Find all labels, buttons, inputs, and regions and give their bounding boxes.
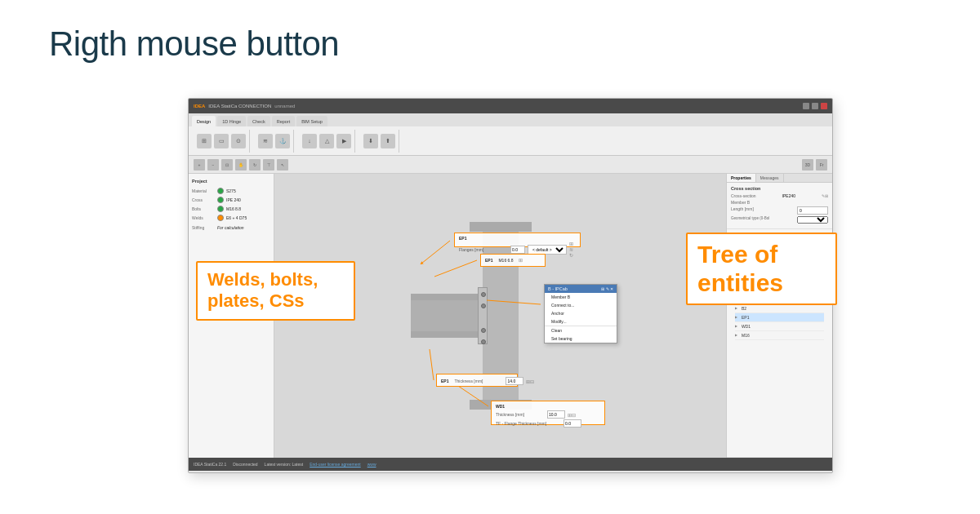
tab-bimsetup[interactable]: BIM Setup	[296, 116, 327, 126]
ann-ep1-flanges-select[interactable]: < default >	[528, 245, 567, 255]
ann-ep1-m16-add[interactable]: ⊞	[519, 257, 523, 263]
ann-ep1-flanges-icons: ⊞ ≋ ↻	[569, 241, 576, 258]
zoom-in-button[interactable]: +	[194, 159, 205, 171]
close-button[interactable]	[821, 103, 827, 109]
ribbon-icon-calculate[interactable]: ▶	[336, 134, 351, 148]
ribbon-icon-weld[interactable]: ≋	[258, 134, 273, 148]
ribbon-icon-load[interactable]: ↓	[302, 134, 317, 148]
ribbon-icon-bolt[interactable]: ⊙	[231, 134, 246, 148]
tree-item-wd1[interactable]: WD1	[735, 322, 824, 331]
beam-flange-bot	[411, 331, 483, 338]
ribbon-icon-member[interactable]: ⊞	[197, 134, 212, 148]
right-member-label: Member B	[731, 200, 750, 205]
context-item-member[interactable]: Member B	[545, 293, 617, 301]
toolbar-secondary: + − ⊡ ✋ ↻ ⊤ ↖ 3D Fr	[189, 156, 832, 174]
ribbon-icon-import[interactable]: ⬇	[363, 134, 378, 148]
ann-ep1-m16-title: EP1	[485, 258, 492, 263]
stiffing-label: Stiffing	[192, 225, 215, 231]
ann-ep1-m16: EP1 M16 6.8 ⊞	[480, 254, 546, 267]
material-label: Material	[192, 188, 215, 194]
ribbon-icon-plate[interactable]: ▭	[214, 134, 229, 148]
rotate-button[interactable]: ↻	[249, 159, 261, 171]
left-row-cross: Cross IPE 240	[192, 197, 270, 203]
maximize-button[interactable]	[812, 103, 818, 109]
minimize-button[interactable]	[803, 103, 809, 109]
tab-report[interactable]: Report	[272, 116, 296, 126]
right-panel: Properties Messages Cross section Cross-…	[726, 174, 832, 458]
ann-wd1-title: WD1	[496, 404, 505, 409]
callout-welds-text: Welds, bolts,plates, CSs	[207, 269, 344, 312]
ribbon-icon-anchor[interactable]: ⚓	[275, 134, 290, 148]
cross-value: IPE 240	[226, 197, 241, 203]
tree-item-m16[interactable]: M16	[735, 331, 824, 340]
callout-tree-box: Tree ofentities	[686, 233, 837, 305]
tree-item-b2[interactable]: B2	[735, 304, 824, 313]
context-item-modify[interactable]: Modify...	[545, 317, 617, 326]
ann-ep1-flanges-title: EP1	[459, 236, 466, 241]
tree-item-ep1[interactable]: EP1	[735, 313, 824, 322]
tab-design[interactable]: Design	[192, 116, 216, 126]
welds-label: Welds	[192, 215, 215, 221]
page-title: Rigth mouse button	[49, 24, 339, 64]
right-length-input[interactable]	[797, 206, 828, 215]
cross-label: Cross	[192, 197, 215, 203]
app-name: IDEA StatiCa CONNECTION	[208, 104, 271, 109]
tab-check[interactable]: Check	[247, 116, 270, 126]
ann-ep1-flanges-input[interactable]	[510, 246, 525, 254]
right-cs-edit-icon[interactable]: ✎⊞	[822, 193, 828, 198]
statusbar: IDEA StatiCa 22.1 Disconnected Latest ve…	[189, 458, 832, 471]
select-button[interactable]: ↖	[277, 159, 288, 171]
bolt-1	[481, 292, 486, 297]
ann-ep1-thick-icons: ⊞⊟	[526, 379, 534, 384]
status-app: IDEA StatiCa 22.1	[194, 462, 226, 467]
titlebar: IDEA IDEA StatiCa CONNECTION unnamed	[189, 99, 832, 113]
status-connection: Disconnected	[233, 462, 257, 467]
view-top-button[interactable]: ⊤	[263, 159, 274, 171]
bolt-4	[481, 339, 486, 344]
right-section-crosssection: Cross section Cross-section IPE240 ✎⊞ Me…	[727, 183, 832, 229]
right-geomtype-select[interactable]	[797, 216, 828, 224]
column-flange-top	[470, 222, 532, 232]
welds-value: E6 + 4 D75	[226, 215, 247, 221]
beam-web	[411, 299, 483, 332]
callout-tree-text: Tree ofentities	[697, 241, 826, 297]
beam-flange-top	[411, 294, 483, 300]
ann-wd1-label2: TF - Flange Thickness [mm]	[496, 421, 561, 426]
context-item-anchor[interactable]: Anchor	[545, 309, 617, 317]
view-3d-button[interactable]: 3D	[802, 159, 813, 171]
zoom-out-button[interactable]: −	[207, 159, 219, 171]
ann-wd1-input1[interactable]	[547, 410, 565, 419]
bolt-2	[481, 304, 486, 308]
ann-ep1-flanges: EP1 Flanges [mm] < default > ⊞ ≋ ↻	[454, 233, 581, 247]
left-row-stiffing: Stiffing For calculation	[192, 225, 270, 231]
view-front-button[interactable]: Fr	[816, 159, 827, 171]
context-item-connect[interactable]: Connect to...	[545, 301, 617, 309]
ann-ep1-flanges-label: Flanges [mm]	[459, 247, 508, 252]
bolts-value: M16 8.8	[226, 206, 241, 212]
left-row-material: Material S275	[192, 188, 270, 194]
callout-welds-box: Welds, bolts,plates, CSs	[196, 261, 355, 321]
right-cs-name-value: IPE240	[782, 193, 795, 198]
status-www[interactable]: www	[368, 462, 376, 467]
pan-tool-button[interactable]: ✋	[235, 159, 247, 171]
tab-properties[interactable]: Properties	[727, 174, 756, 182]
ann-ep1-thick-input[interactable]	[506, 377, 523, 385]
context-item-clean[interactable]: Clean	[545, 326, 617, 335]
context-menu-icons[interactable]: ⊞ ✎ ✕	[601, 286, 613, 291]
ann-wd1-input2[interactable]	[564, 419, 581, 428]
ann-ep1-thick-title: EP1	[441, 379, 448, 383]
tab-1dhinge[interactable]: 1D Hinge	[217, 116, 246, 126]
ribbon-icon-support[interactable]: △	[319, 134, 334, 148]
filename: unnamed	[274, 104, 295, 109]
context-menu[interactable]: B - IPCab ⊞ ✎ ✕ Member B Connect to... A…	[544, 284, 617, 343]
context-item-setbearing[interactable]: Set bearing	[545, 335, 617, 343]
status-eula[interactable]: End-user license agreement	[310, 462, 361, 467]
tab-messages[interactable]: Messages	[756, 174, 784, 182]
zoom-fit-button[interactable]: ⊡	[221, 159, 233, 171]
bolts-label: Bolts	[192, 206, 215, 212]
left-row-bolts: Bolts M16 8.8	[192, 206, 270, 212]
ribbon-icon-export[interactable]: ⬆	[381, 134, 395, 148]
project-title: Project	[192, 179, 270, 184]
right-length-label: Length [mm]	[731, 206, 754, 215]
material-value: S275	[226, 188, 236, 194]
